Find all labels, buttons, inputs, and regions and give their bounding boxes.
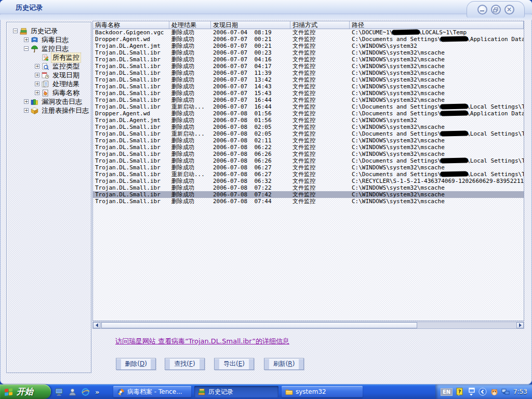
tree-toggle-icon[interactable]: + <box>24 108 29 113</box>
ie-icon[interactable]: e <box>81 388 90 396</box>
tree-toggle-icon[interactable]: + <box>35 64 39 69</box>
table-row[interactable]: Trojan.DL.Small.ibr重新启动...2006-07-08 06:… <box>93 171 524 178</box>
tree-toggle-icon[interactable]: − <box>24 46 29 51</box>
scan-cell: 文件监控 <box>290 137 350 144</box>
table-row[interactable]: Trojan.DL.Small.ibr删除成功2006-07-08 02:11文… <box>93 137 524 144</box>
virus-name-cell: Trojan.DL.Small.ibr <box>93 130 169 137</box>
result-cell: 删除成功 <box>169 49 211 56</box>
tree-item-发现日期[interactable]: +发现日期 <box>7 71 91 79</box>
table-row[interactable]: Trojan.DL.Small.ibr删除成功2006-07-07 00:23文… <box>93 49 524 56</box>
network-tray-icon[interactable] <box>501 388 510 396</box>
virus-detail-link[interactable]: 访问瑞星网站 查看病毒“Trojan.DL.Small.ibr”的详细信息 <box>115 337 289 346</box>
table-row[interactable]: Trojan.DL.Small.ibr删除成功2006-07-08 02:05文… <box>93 124 524 130</box>
minimize-button[interactable] <box>477 5 487 15</box>
path-cell: C:\WINDOWS\system32\mscache <box>350 70 524 76</box>
column-header-0[interactable]: 病毒名称 <box>93 21 169 29</box>
scan-cell: 文件监控 <box>290 103 350 110</box>
column-header-3[interactable]: 扫描方式 <box>290 21 350 29</box>
table-row[interactable]: Trojan.DL.Small.ibr删除成功2006-07-08 07:22文… <box>93 184 524 191</box>
system-tray: EN ? 7:53 <box>435 384 532 399</box>
export-button[interactable]: 导出(E) <box>214 358 254 370</box>
table-row[interactable]: Trojan.DL.Small.ibr删除成功2006-07-08 06:26文… <box>93 157 524 164</box>
scan-cell: 文件监控 <box>290 97 350 103</box>
task-label: 病毒档案 - Tence... <box>127 388 182 396</box>
tree-item-注册表操作日志[interactable]: +注册表操作日志 <box>7 106 91 115</box>
table-row[interactable]: Dropper.Agent.wd删除成功2006-07-07 00:21文件监控… <box>93 36 524 43</box>
tree-item-历史记录[interactable]: −历史记录 <box>7 26 91 35</box>
table-row[interactable]: Trojan.DL.Small.ibr删除成功2006-07-08 06:32文… <box>93 178 524 184</box>
horizontal-scrollbar[interactable] <box>92 322 524 329</box>
language-indicator[interactable]: EN <box>441 388 453 396</box>
arrow-left-icon <box>94 323 98 327</box>
tree-item-label: 病毒名称 <box>51 88 81 98</box>
table-row[interactable]: Trojan.DL.Small.ibr删除成功2006-07-07 14:43文… <box>93 83 524 90</box>
scroll-left-button[interactable] <box>93 322 100 328</box>
tree-item-病毒名称[interactable]: +病毒名称 <box>7 88 91 97</box>
virus-name-cell: Dropper.Agent.wd <box>93 110 169 117</box>
table-row[interactable]: Trojan.DL.Small.ibr删除成功2006-07-08 06:22文… <box>93 144 524 151</box>
task-button-历史记录[interactable]: 历史记录 <box>194 386 278 397</box>
tree-toggle-icon[interactable]: − <box>13 29 18 33</box>
find-button[interactable]: 查找(F) <box>165 358 205 370</box>
table-row[interactable]: Dropper.Agent.wd删除成功2006-07-08 01:56文件监控… <box>93 110 524 117</box>
tree-toggle-icon[interactable]: + <box>24 37 29 42</box>
date-cell: 2006-07-08 06:26 <box>211 157 290 164</box>
scan-cell: 文件监控 <box>290 191 350 198</box>
clock[interactable]: 7:53 <box>513 388 527 395</box>
table-row[interactable]: Trojan.DL.Small.ibr删除成功2006-07-08 06:26文… <box>93 151 524 157</box>
user-icon[interactable] <box>68 388 77 396</box>
result-cell: 删除成功 <box>169 178 211 184</box>
tree-item-label: 漏洞攻击日志 <box>41 97 83 107</box>
rising-lion-tray-icon[interactable] <box>490 388 498 396</box>
refresh-button[interactable]: 刷新(R) <box>264 358 304 370</box>
table-row[interactable]: Trojan.DL.Small.ibr删除成功2006-07-08 06:27文… <box>93 164 524 171</box>
table-row[interactable]: Trojan.DL.Small.ibr删除成功2006-07-07 11:39文… <box>93 70 524 76</box>
column-header-4[interactable]: 路径 <box>350 21 524 29</box>
close-button[interactable]: × <box>504 5 514 15</box>
table-row[interactable]: Trojan.DL.Small.ibr删除成功2006-07-07 04:16文… <box>93 56 524 63</box>
help-tray-icon[interactable]: ? <box>456 388 464 396</box>
tree-item-监控类型[interactable]: +监控类型 <box>7 62 91 71</box>
start-button[interactable]: 开始 <box>0 384 51 399</box>
column-header-2[interactable]: 发现日期 <box>211 21 290 29</box>
restore-button[interactable] <box>491 5 501 15</box>
table-row[interactable]: Trojan.DL.Small.ibr重新启动...2006-07-07 16:… <box>93 103 524 110</box>
popup-window-icon[interactable] <box>467 388 475 396</box>
task-button-病毒档案 - Tence...[interactable]: 病毒档案 - Tence... <box>113 386 191 397</box>
scan-cell: 文件监控 <box>290 110 350 117</box>
table-row[interactable]: Trojan.DL.Small.ibr删除成功2006-07-08 07:44文… <box>93 198 524 205</box>
table-row[interactable]: Trojan.DL.Small.ibr删除成功2006-07-07 15:43文… <box>93 90 524 97</box>
table-row[interactable]: Trojan.DL.Small.ibr删除成功2006-07-08 07:42文… <box>93 191 524 198</box>
tree-toggle-icon[interactable]: + <box>35 90 39 95</box>
tree-item-病毒日志[interactable]: +病毒日志 <box>7 35 91 44</box>
quicklaunch-chevron-icon[interactable]: » <box>95 388 99 396</box>
tree-toggle-icon[interactable]: + <box>35 73 39 77</box>
table-row[interactable]: Trojan.DL.Small.ibr重新启动...2006-07-08 02:… <box>93 130 524 137</box>
tree-item-漏洞攻击日志[interactable]: +漏洞攻击日志 <box>7 97 91 106</box>
delete-button[interactable]: 删除(D) <box>116 358 156 370</box>
table-row[interactable]: Backdoor.Gpigeon.vgc删除成功2006-07-04 08:19… <box>93 29 524 36</box>
column-header-1[interactable]: 处理结果 <box>169 21 211 29</box>
show-desktop-icon[interactable] <box>55 388 64 396</box>
tree-item-监控日志[interactable]: −监控日志 <box>7 44 91 53</box>
tree-item-所有监控[interactable]: 所有监控 <box>7 53 91 62</box>
table-row[interactable]: Trojan.DL.Agent.jmt删除成功2006-07-07 00:21文… <box>93 43 524 49</box>
path-cell: C:\DOCUME~1\\LOCALS~1\Temp <box>350 29 524 36</box>
path-cell: C:\WINDOWS\system32\mscache <box>350 49 524 56</box>
virus-name-cell: Trojan.DL.Small.ibr <box>93 137 169 144</box>
tree-toggle-icon[interactable]: + <box>35 82 39 86</box>
title-bar[interactable]: 历史记录 <box>0 0 532 14</box>
table-row[interactable]: Trojan.DL.Small.ibr删除成功2006-07-07 13:42文… <box>93 76 524 83</box>
date-cell: 2006-07-08 06:32 <box>211 178 290 184</box>
tree-item-处理结果[interactable]: +处理结果 <box>7 79 91 88</box>
date-cell: 2006-07-04 08:19 <box>211 29 290 36</box>
virus-name-cell: Trojan.DL.Small.ibr <box>93 63 169 70</box>
table-row[interactable]: Trojan.DL.Agent.jmt删除成功2006-07-08 01:56文… <box>93 117 524 124</box>
scrollbar-thumb[interactable] <box>101 322 417 328</box>
table-row[interactable]: Trojan.DL.Small.ibr删除成功2006-07-07 04:17文… <box>93 63 524 70</box>
hide-tray-icons-icon[interactable] <box>478 388 487 396</box>
tree-toggle-icon[interactable]: + <box>24 99 29 104</box>
scroll-right-button[interactable] <box>516 322 524 328</box>
task-button-system32[interactable]: system32 <box>282 386 363 397</box>
table-row[interactable]: Trojan.DL.Small.ibr删除成功2006-07-07 16:44文… <box>93 97 524 103</box>
